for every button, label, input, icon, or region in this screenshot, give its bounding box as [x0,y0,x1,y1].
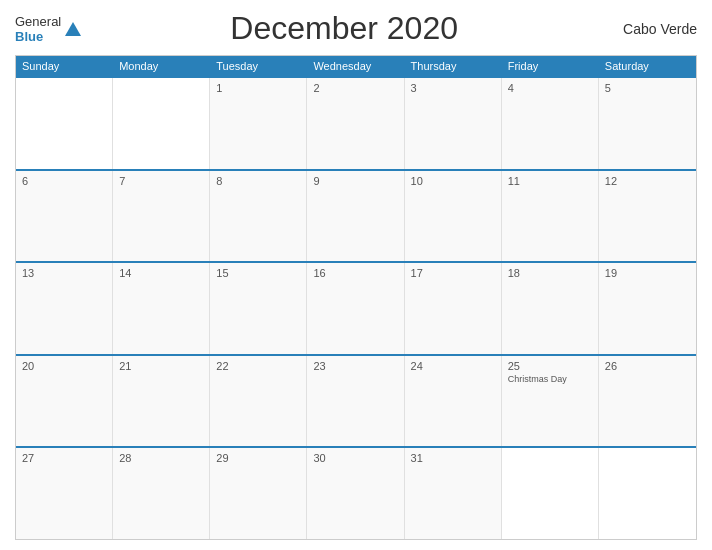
day-number: 19 [605,267,690,279]
week-row: 202122232425Christmas Day26 [16,354,696,447]
day-cell: 4 [502,78,599,169]
day-number: 4 [508,82,592,94]
week-row: 13141516171819 [16,261,696,354]
day-number: 28 [119,452,203,464]
day-cell: 11 [502,171,599,262]
day-cell: 16 [307,263,404,354]
day-cell: 19 [599,263,696,354]
week-row: 2728293031 [16,446,696,539]
day-cell [599,448,696,539]
day-number: 31 [411,452,495,464]
day-number: 10 [411,175,495,187]
day-cell: 21 [113,356,210,447]
logo-blue: Blue [15,29,43,44]
day-cell: 29 [210,448,307,539]
day-cell: 9 [307,171,404,262]
weeks-container: 1234567891011121314151617181920212223242… [16,76,696,539]
day-header: Saturday [599,56,696,76]
country-label: Cabo Verde [607,21,697,37]
holiday-label: Christmas Day [508,374,592,385]
day-cell: 10 [405,171,502,262]
day-cell: 3 [405,78,502,169]
day-cell: 23 [307,356,404,447]
day-number: 25 [508,360,592,372]
day-cell: 25Christmas Day [502,356,599,447]
header: GeneralBlue December 2020 Cabo Verde [15,10,697,47]
day-cell: 24 [405,356,502,447]
day-cell: 6 [16,171,113,262]
day-cell: 7 [113,171,210,262]
day-number: 7 [119,175,203,187]
day-cell: 2 [307,78,404,169]
day-number: 27 [22,452,106,464]
day-number: 21 [119,360,203,372]
day-header: Sunday [16,56,113,76]
day-number: 14 [119,267,203,279]
day-cell: 1 [210,78,307,169]
day-number: 23 [313,360,397,372]
day-cell: 22 [210,356,307,447]
day-headers: SundayMondayTuesdayWednesdayThursdayFrid… [16,56,696,76]
day-number: 9 [313,175,397,187]
logo-triangle-icon [65,22,81,36]
day-cell: 27 [16,448,113,539]
day-number: 17 [411,267,495,279]
day-number: 12 [605,175,690,187]
day-number: 29 [216,452,300,464]
day-number: 26 [605,360,690,372]
day-number: 18 [508,267,592,279]
day-header: Wednesday [307,56,404,76]
day-cell: 15 [210,263,307,354]
day-header: Monday [113,56,210,76]
day-cell: 8 [210,171,307,262]
day-number: 2 [313,82,397,94]
day-cell: 26 [599,356,696,447]
day-cell: 14 [113,263,210,354]
day-cell [502,448,599,539]
day-cell: 5 [599,78,696,169]
day-number: 3 [411,82,495,94]
day-header: Tuesday [210,56,307,76]
week-row: 6789101112 [16,169,696,262]
day-cell: 31 [405,448,502,539]
month-title: December 2020 [81,10,607,47]
day-number: 16 [313,267,397,279]
calendar-grid: SundayMondayTuesdayWednesdayThursdayFrid… [15,55,697,540]
day-number: 30 [313,452,397,464]
day-number: 13 [22,267,106,279]
day-cell: 18 [502,263,599,354]
day-number: 5 [605,82,690,94]
day-cell [113,78,210,169]
day-cell: 17 [405,263,502,354]
day-cell: 30 [307,448,404,539]
day-number: 20 [22,360,106,372]
day-number: 24 [411,360,495,372]
logo: GeneralBlue [15,14,81,44]
day-cell: 28 [113,448,210,539]
day-number: 22 [216,360,300,372]
day-cell [16,78,113,169]
day-number: 1 [216,82,300,94]
day-cell: 13 [16,263,113,354]
day-header: Thursday [405,56,502,76]
calendar-page: GeneralBlue December 2020 Cabo Verde Sun… [0,0,712,550]
logo-text: GeneralBlue [15,14,61,44]
day-cell: 12 [599,171,696,262]
day-number: 15 [216,267,300,279]
day-number: 8 [216,175,300,187]
day-number: 6 [22,175,106,187]
day-header: Friday [502,56,599,76]
day-cell: 20 [16,356,113,447]
week-row: 12345 [16,76,696,169]
day-number: 11 [508,175,592,187]
